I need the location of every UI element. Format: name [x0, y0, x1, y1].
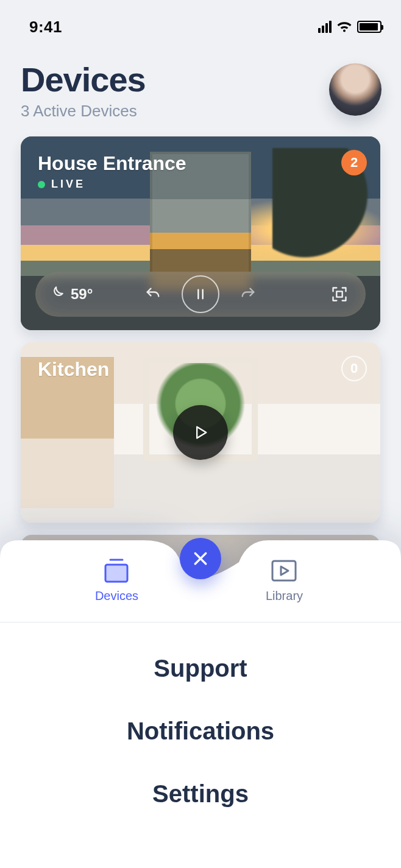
status-icons	[318, 21, 381, 33]
svg-rect-7	[105, 565, 127, 582]
status-bar: 9:41	[0, 0, 401, 39]
cellular-signal-icon	[318, 21, 332, 33]
avatar[interactable]	[329, 63, 381, 116]
device-name: House Entrance	[38, 152, 186, 175]
battery-icon	[357, 21, 381, 33]
device-card-house-entrance[interactable]: House Entrance LIVE 2 59°	[21, 136, 380, 330]
nav-tabs: Devices Library	[0, 559, 401, 603]
playback-controls: 59°	[35, 272, 366, 317]
fullscreen-button[interactable]	[325, 280, 353, 308]
page-title: Devices	[21, 60, 146, 99]
svg-marker-9	[281, 566, 288, 575]
tab-devices[interactable]: Devices	[95, 559, 138, 603]
wifi-icon	[336, 21, 352, 33]
status-time: 9:41	[29, 18, 62, 37]
notification-badge[interactable]: 0	[341, 356, 367, 381]
center-controls	[139, 275, 262, 313]
svg-rect-8	[272, 561, 296, 580]
devices-icon	[102, 559, 131, 583]
forward-button[interactable]	[234, 280, 262, 308]
device-card-kitchen[interactable]: Kitchen 0	[21, 342, 380, 523]
live-label: LIVE	[51, 178, 85, 191]
menu-item-support[interactable]: Support	[154, 655, 247, 682]
rewind-button[interactable]	[139, 280, 167, 308]
menu-list: Support Notifications Settings	[0, 655, 401, 808]
tab-label: Library	[266, 589, 303, 603]
page-subtitle: 3 Active Devices	[21, 102, 146, 121]
bottom-sheet: Devices Library Support Notifications Se…	[0, 527, 401, 868]
divider	[0, 622, 401, 623]
tab-library[interactable]: Library	[266, 559, 303, 603]
pause-button[interactable]	[182, 275, 219, 313]
notification-badge[interactable]: 2	[341, 150, 367, 175]
menu-item-notifications[interactable]: Notifications	[127, 718, 274, 745]
svg-rect-2	[336, 291, 342, 297]
library-icon	[270, 559, 298, 583]
tab-label: Devices	[95, 589, 138, 603]
live-indicator: LIVE	[38, 178, 85, 191]
temperature-value: 59°	[71, 286, 93, 303]
play-button[interactable]	[173, 405, 228, 460]
svg-marker-3	[197, 427, 206, 439]
device-name: Kitchen	[38, 358, 109, 381]
live-dot-icon	[38, 181, 45, 188]
menu-item-settings[interactable]: Settings	[152, 780, 249, 808]
weather-block: 59°	[49, 285, 93, 303]
page-header: Devices 3 Active Devices	[0, 39, 401, 125]
header-text: Devices 3 Active Devices	[21, 60, 146, 121]
moon-icon	[49, 285, 65, 303]
